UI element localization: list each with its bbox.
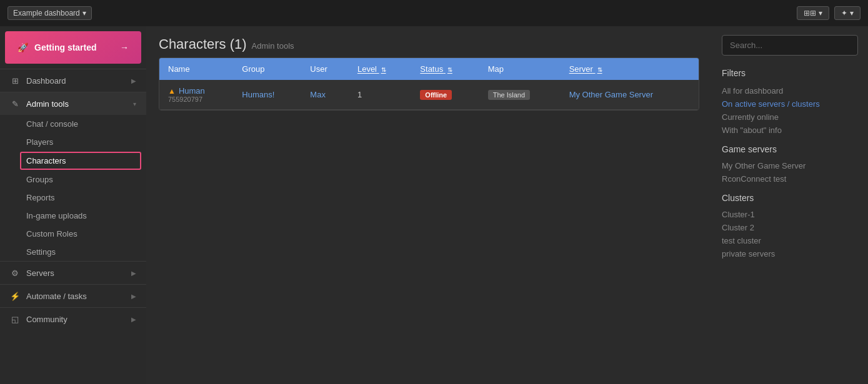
sidebar-subitem-custom-roles[interactable]: Custom Roles (0, 225, 146, 243)
game-server-rconconnect[interactable]: RconConnect test (722, 172, 858, 185)
user-link[interactable]: Max (310, 90, 326, 99)
triangle-icon: ▲ (168, 87, 176, 96)
sidebar-item-automate[interactable]: ⚡ Automate / tasks ▶ (0, 285, 146, 307)
admin-tools-icon: ✎ (10, 99, 20, 109)
getting-started-arrow: → (120, 42, 129, 52)
sidebar-subitem-groups-label: Groups (26, 175, 53, 184)
automate-icon: ⚡ (10, 291, 20, 301)
map-badge: The Island (488, 90, 530, 100)
server-sort-icon: ⇅ (597, 66, 602, 73)
tools-icon: ✦ (841, 9, 847, 17)
dashboard-selector[interactable]: Example dashboard ▾ (7, 6, 92, 20)
game-servers-heading: Game servers (722, 144, 858, 154)
sidebar-section-community: ◱ Community ▶ (0, 307, 146, 330)
sidebar-item-admin-tools[interactable]: ✎ Admin tools ▾ (0, 92, 146, 115)
sidebar-item-dashboard-label: Dashboard (26, 76, 66, 86)
cell-user: Max (301, 80, 349, 110)
sidebar-section-dashboard: ⊞ Dashboard ▶ (0, 69, 146, 92)
sidebar-section-servers: ⚙ Servers ▶ (0, 261, 146, 284)
right-panel: Filters All for dashboard On active serv… (712, 26, 868, 384)
getting-started-button[interactable]: 🚀 Getting started → (5, 31, 141, 64)
topbar: Example dashboard ▾ ⊞⊞ ▾ ✦ ▾ (0, 0, 868, 26)
game-server-my-other[interactable]: My Other Game Server (722, 159, 858, 172)
sidebar-subitem-characters-label: Characters (26, 156, 66, 165)
cell-server: My Other Game Server (561, 80, 699, 110)
sidebar-item-servers-left: ⚙ Servers (10, 268, 54, 278)
grid-icon: ⊞⊞ (804, 9, 816, 17)
server-link[interactable]: My Other Game Server (569, 90, 653, 99)
filter-about-info[interactable]: With "about" info (722, 124, 858, 137)
sidebar-item-dashboard[interactable]: ⊞ Dashboard ▶ (0, 69, 146, 92)
sidebar-subitem-players-label: Players (26, 137, 53, 147)
sidebar-subitem-in-game-uploads-label: In-game uploads (26, 211, 87, 220)
servers-chevron-icon: ▶ (131, 270, 136, 277)
group-link[interactable]: Humans! (242, 90, 274, 99)
col-header-name: Name (159, 58, 233, 80)
sidebar-subitem-groups[interactable]: Groups (0, 170, 146, 189)
cluster-test[interactable]: test cluster (722, 234, 858, 247)
col-header-server[interactable]: Server ⇅ (561, 58, 699, 80)
sidebar-item-admin-tools-label: Admin tools (26, 99, 69, 109)
dashboard-chevron-icon: ▶ (131, 77, 136, 84)
page-title: Characters (1) (159, 36, 247, 52)
sidebar-subitem-settings-label: Settings (26, 247, 56, 257)
sidebar-item-admin-tools-left: ✎ Admin tools (10, 99, 69, 109)
filters-title: Filters (722, 68, 858, 78)
sidebar-item-community-left: ◱ Community (10, 314, 67, 324)
content-area: Characters (1) Admin tools Name Group Us… (146, 26, 712, 384)
col-header-group: Group (233, 58, 301, 80)
sidebar-item-automate-label: Automate / tasks (26, 292, 87, 301)
cell-map: The Island (479, 80, 561, 110)
getting-started-label: Getting started (34, 42, 97, 52)
search-input[interactable] (722, 35, 858, 56)
topbar-right: ⊞⊞ ▾ ✦ ▾ (797, 6, 861, 20)
dashboard-title: Example dashboard (13, 9, 80, 17)
status-badge: Offline (420, 90, 452, 100)
sidebar-subitem-settings[interactable]: Settings (0, 243, 146, 261)
sidebar-item-community[interactable]: ◱ Community ▶ (0, 308, 146, 330)
col-header-map: Map (479, 58, 561, 80)
sidebar-section-automate: ⚡ Automate / tasks ▶ (0, 284, 146, 307)
sidebar-item-automate-left: ⚡ Automate / tasks (10, 291, 87, 301)
cluster-1[interactable]: Cluster-1 (722, 208, 858, 221)
sidebar-subitem-in-game-uploads[interactable]: In-game uploads (0, 207, 146, 225)
col-header-status[interactable]: Status ⇅ (411, 58, 479, 80)
filter-currently-online[interactable]: Currently online (722, 111, 858, 124)
sidebar-subitem-reports-label: Reports (26, 193, 55, 202)
dropdown-arrow-icon: ▾ (82, 9, 86, 17)
tools-button[interactable]: ✦ ▾ (834, 6, 861, 20)
admin-tools-chevron-icon: ▾ (133, 101, 136, 107)
cluster-private[interactable]: private servers (722, 247, 858, 260)
sidebar-item-community-label: Community (26, 315, 67, 324)
clusters-divider: Clusters Cluster-1 Cluster 2 test cluste… (722, 193, 858, 260)
rocket-icon: 🚀 (17, 42, 28, 52)
page-subtitle: Admin tools (252, 41, 294, 51)
col-header-user: User (301, 58, 349, 80)
cell-level: 1 (349, 80, 411, 110)
sidebar-subitem-reports[interactable]: Reports (0, 189, 146, 207)
sidebar-subitem-chat-console-label: Chat / console (26, 119, 78, 129)
filter-active-servers[interactable]: On active servers / clusters (722, 97, 858, 111)
tools-dropdown-arrow: ▾ (850, 9, 854, 17)
dashboard-icon: ⊞ (10, 76, 20, 86)
sidebar-subitem-custom-roles-label: Custom Roles (26, 229, 77, 239)
filter-all-dashboard[interactable]: All for dashboard (722, 84, 858, 97)
cluster-2[interactable]: Cluster 2 (722, 221, 858, 234)
topbar-left: Example dashboard ▾ (7, 6, 92, 20)
sidebar-subitem-chat-console[interactable]: Chat / console (0, 115, 146, 133)
cell-status: Offline (411, 80, 479, 110)
cell-name: ▲ Human 755920797 (159, 80, 233, 110)
sidebar-subitem-players[interactable]: Players (0, 133, 146, 151)
sidebar-subitem-characters[interactable]: Characters (20, 152, 141, 170)
character-name-link[interactable]: ▲ Human (168, 86, 224, 96)
table-header-row: Name Group User Level ⇅ St (159, 58, 699, 80)
clusters-heading: Clusters (722, 193, 858, 203)
sidebar-item-servers[interactable]: ⚙ Servers ▶ (0, 262, 146, 284)
status-sort-icon: ⇅ (447, 66, 452, 73)
main-layout: 🚀 Getting started → ⊞ Dashboard ▶ ✎ Admi… (0, 26, 868, 384)
grid-view-button[interactable]: ⊞⊞ ▾ (797, 6, 829, 20)
page-header: Characters (1) Admin tools (146, 26, 712, 57)
col-header-level[interactable]: Level ⇅ (349, 58, 411, 80)
community-icon: ◱ (10, 314, 20, 324)
grid-dropdown-arrow: ▾ (819, 9, 822, 17)
